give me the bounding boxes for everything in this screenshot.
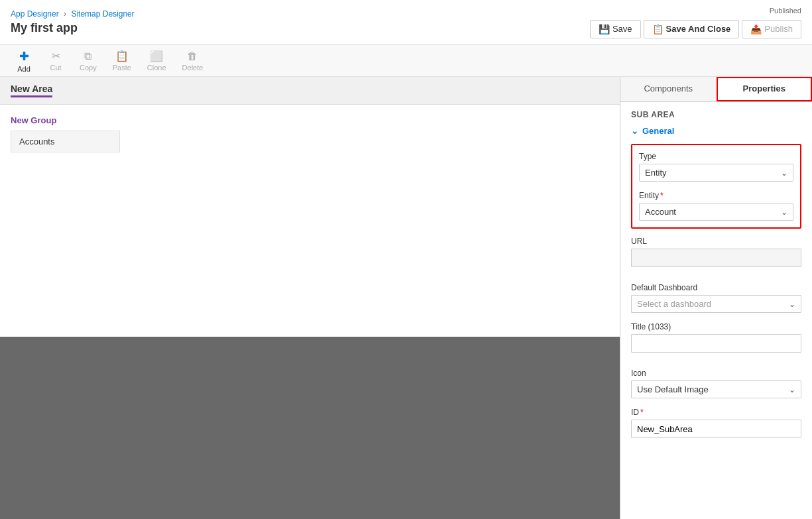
type-label: Type xyxy=(639,152,793,161)
entity-field-group: Entity* Account ⌄ xyxy=(639,191,793,221)
save-close-icon: 📋 xyxy=(652,24,664,34)
top-bar-right: Published 💾 Save 📋 Save And Close 📤 Publ… xyxy=(590,7,801,38)
top-bar: App Designer › Sitemap Designer My first… xyxy=(0,0,812,45)
delete-label: Delete xyxy=(182,64,203,72)
general-label: General xyxy=(642,126,674,136)
dashboard-placeholder: Select a dashboard xyxy=(637,299,711,309)
url-label: URL xyxy=(631,237,801,246)
save-and-close-button[interactable]: 📋 Save And Close xyxy=(644,20,740,38)
icon-label: Icon xyxy=(631,369,801,378)
clone-icon: ⬜ xyxy=(150,50,163,62)
add-tool[interactable]: ✚ Add xyxy=(8,46,40,76)
id-field-group: ID* xyxy=(631,408,801,445)
id-input[interactable] xyxy=(631,420,801,438)
save-button[interactable]: 💾 Save xyxy=(590,20,641,38)
publish-label: Publish xyxy=(764,24,793,34)
save-icon: 💾 xyxy=(599,24,610,34)
breadcrumb: App Designer › Sitemap Designer xyxy=(11,9,135,19)
published-status: Published xyxy=(770,7,801,15)
dashboard-select[interactable]: Select a dashboard ⌄ xyxy=(631,295,801,313)
properties-panel: Components Properties SUB AREA ⌄ General… xyxy=(620,77,812,519)
type-select[interactable]: Entity ⌄ xyxy=(639,164,793,182)
copy-label: Copy xyxy=(80,64,97,72)
paste-tool[interactable]: 📋 Paste xyxy=(105,47,139,74)
area-title: New Area xyxy=(11,84,52,97)
clone-tool[interactable]: ⬜ Clone xyxy=(139,47,174,74)
entity-label: Entity* xyxy=(639,191,793,200)
breadcrumb-app-designer[interactable]: App Designer xyxy=(11,9,59,19)
canvas-gray-area xyxy=(0,337,620,519)
id-label: ID* xyxy=(631,408,801,417)
icon-field-group: Icon Use Default Image ⌄ xyxy=(631,369,801,398)
type-chevron-icon: ⌄ xyxy=(781,168,787,178)
area-header: New Area xyxy=(0,77,620,105)
canvas-area: New Area New Group Accounts xyxy=(0,77,620,519)
type-field-group: Type Entity ⌄ xyxy=(639,152,793,182)
cut-tool[interactable]: ✂ Cut xyxy=(40,47,72,74)
add-icon: ✚ xyxy=(19,49,29,64)
icon-select[interactable]: Use Default Image ⌄ xyxy=(631,380,801,398)
copy-tool[interactable]: ⧉ Copy xyxy=(72,48,105,74)
title-input[interactable] xyxy=(631,334,801,353)
toolbar: ✚ Add ✂ Cut ⧉ Copy 📋 Paste ⬜ Clone 🗑 Del… xyxy=(0,45,812,77)
panel-tabs: Components Properties xyxy=(620,77,812,102)
add-label: Add xyxy=(17,65,30,73)
title-field-group: Title (1033) xyxy=(631,322,801,359)
cut-icon: ✂ xyxy=(52,50,60,62)
tab-properties[interactable]: Properties xyxy=(717,77,813,101)
canvas-content: New Area New Group Accounts xyxy=(0,77,620,337)
main-layout: New Area New Group Accounts Components P… xyxy=(0,77,812,519)
save-label: Save xyxy=(612,24,632,34)
id-required-marker: * xyxy=(640,408,644,417)
type-entity-box: Type Entity ⌄ Entity* Account ⌄ xyxy=(631,144,801,229)
url-input[interactable] xyxy=(631,249,801,267)
icon-chevron-icon: ⌄ xyxy=(789,385,795,394)
dashboard-chevron-icon: ⌄ xyxy=(789,300,795,309)
accounts-item[interactable]: Accounts xyxy=(11,131,120,152)
entity-chevron-icon: ⌄ xyxy=(781,207,787,217)
url-field-group: URL xyxy=(631,237,801,274)
delete-icon: 🗑 xyxy=(187,50,198,62)
cut-label: Cut xyxy=(50,64,61,72)
publish-button[interactable]: 📤 Publish xyxy=(742,20,801,38)
publish-icon: 📤 xyxy=(750,24,762,34)
paste-label: Paste xyxy=(113,64,131,72)
tab-components[interactable]: Components xyxy=(620,77,717,101)
general-collapsible[interactable]: ⌄ General xyxy=(631,126,801,136)
entity-select[interactable]: Account ⌄ xyxy=(639,203,793,221)
group-label[interactable]: New Group xyxy=(11,115,609,125)
save-close-label: Save And Close xyxy=(666,24,731,34)
breadcrumb-sep: › xyxy=(64,9,66,19)
clone-label: Clone xyxy=(147,64,166,72)
dashboard-field-group: Default Dashboard Select a dashboard ⌄ xyxy=(631,283,801,313)
top-bar-left: App Designer › Sitemap Designer My first… xyxy=(11,9,135,35)
icon-value: Use Default Image xyxy=(637,384,709,394)
chevron-down-icon: ⌄ xyxy=(631,126,638,136)
copy-icon: ⧉ xyxy=(84,50,91,62)
entity-required-marker: * xyxy=(660,191,664,200)
type-value: Entity xyxy=(645,168,667,178)
paste-icon: 📋 xyxy=(115,50,129,62)
panel-section-title: SUB AREA xyxy=(631,110,801,119)
app-title: My first app xyxy=(11,21,135,35)
dashboard-label: Default Dashboard xyxy=(631,283,801,292)
title-label: Title (1033) xyxy=(631,322,801,331)
panel-scroll-wrapper[interactable]: SUB AREA ⌄ General Type Entity ⌄ xyxy=(620,102,812,519)
delete-tool[interactable]: 🗑 Delete xyxy=(174,48,211,74)
entity-value: Account xyxy=(645,207,676,217)
canvas-body: New Group Accounts xyxy=(0,105,620,337)
breadcrumb-sitemap-designer[interactable]: Sitemap Designer xyxy=(71,9,134,19)
